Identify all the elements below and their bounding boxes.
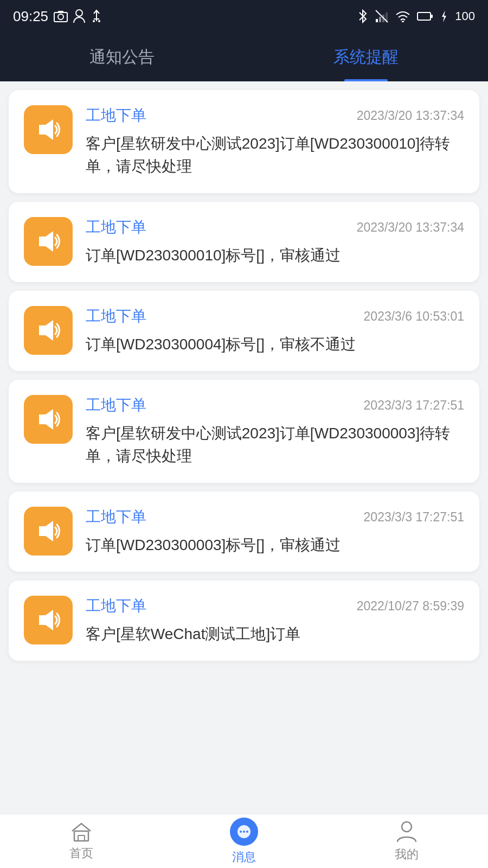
notification-card[interactable]: 工地下单 2023/3/3 17:27:51 订单[WD230300003]标号… [9,492,479,572]
card-content: 工地下单 2023/3/20 13:37:34 订单[WD230300010]标… [86,217,464,267]
bottom-nav: 首页 消息 我的 [0,814,488,868]
tab-system[interactable]: 系统提醒 [244,33,488,81]
status-right: 100 [357,9,475,23]
card-time: 2023/3/3 17:27:51 [364,398,464,413]
card-time: 2023/3/3 17:27:51 [364,510,464,525]
notification-icon-box [24,306,73,355]
notification-icon-box [24,105,73,154]
svg-point-28 [402,822,412,832]
card-title: 工地下单 [86,395,146,416]
card-content: 工地下单 2023/3/6 10:53:01 订单[WD230300004]标号… [86,306,464,356]
card-time: 2023/3/20 13:37:34 [357,108,464,123]
svg-point-3 [76,10,82,16]
svg-marker-19 [39,409,53,430]
card-body: 客户[星软研发中心测试2023]订单[WD230300003]待转单，请尽快处理 [86,422,464,468]
svg-marker-21 [39,610,53,630]
speaker-icon [35,406,62,433]
tab-header: 通知公告 系统提醒 [0,33,488,81]
wifi-icon [395,10,410,22]
card-body: 订单[WD230300003]标号[]，审核通过 [86,534,464,557]
photo-icon [54,10,68,22]
svg-point-26 [243,831,245,833]
notification-card[interactable]: 工地下单 2023/3/20 13:37:34 订单[WD230300010]标… [9,202,479,282]
notification-card[interactable]: 工地下单 2023/3/3 17:27:51 客户[星软研发中心测试2023]订… [9,380,479,483]
speaker-icon [35,518,62,545]
usb-icon [91,9,102,23]
card-title: 工地下单 [86,105,146,126]
card-title: 工地下单 [86,596,146,616]
svg-rect-23 [78,835,85,841]
speaker-icon [35,228,62,255]
card-body: 订单[WD230300010]标号[]，审核通过 [86,244,464,267]
tab-notice[interactable]: 通知公告 [0,33,244,81]
card-top: 工地下单 2023/3/20 13:37:34 [86,105,464,126]
notification-card[interactable]: 工地下单 2023/3/6 10:53:01 订单[WD230300004]标号… [9,291,479,371]
notification-card[interactable]: 工地下单 2022/10/27 8:59:39 客户[星软WeChat测试工地]… [9,580,479,661]
card-content: 工地下单 2023/3/20 13:37:34 客户[星软研发中心测试2023]… [86,105,464,178]
card-top: 工地下单 2023/3/6 10:53:01 [86,306,464,327]
tab-system-underline [344,79,388,81]
svg-point-1 [58,14,63,20]
card-title: 工地下单 [86,507,146,527]
svg-rect-15 [431,15,433,18]
svg-point-6 [93,20,95,22]
bluetooth-icon [357,9,368,23]
svg-rect-12 [386,12,388,22]
nav-message[interactable]: 消息 [163,814,325,868]
card-body: 客户[星软研发中心测试2023]订单[WD230300010]待转单，请尽快处理 [86,132,464,178]
card-body: 客户[星软WeChat测试工地]订单 [86,623,464,646]
card-body: 订单[WD230300004]标号[]，审核不通过 [86,333,464,356]
nav-home[interactable]: 首页 [0,814,163,868]
tab-notice-label: 通知公告 [89,46,155,68]
notification-icon-box [24,217,73,266]
status-bar: 09:25 [0,0,488,33]
card-time: 2023/3/6 10:53:01 [364,309,464,324]
card-title: 工地下单 [86,217,146,238]
signal-slash-icon [375,9,389,23]
svg-rect-10 [379,17,381,22]
svg-point-27 [246,831,248,833]
message-circle [230,818,258,846]
card-top: 工地下单 2023/3/3 17:27:51 [86,507,464,527]
card-content: 工地下单 2022/10/27 8:59:39 客户[星软WeChat测试工地]… [86,596,464,646]
speaker-icon [35,317,62,344]
svg-rect-11 [382,15,384,22]
nav-mine-label: 我的 [395,846,419,863]
svg-point-13 [402,21,404,22]
notification-card[interactable]: 工地下单 2023/3/20 13:37:34 客户[星软研发中心测试2023]… [9,90,479,193]
notification-icon-box [24,395,73,444]
svg-marker-18 [39,320,53,341]
tab-system-label: 系统提醒 [333,46,399,68]
svg-marker-17 [39,231,53,252]
svg-marker-16 [39,119,53,140]
charging-icon [440,9,448,23]
card-content: 工地下单 2023/3/3 17:27:51 订单[WD230300003]标号… [86,507,464,557]
notification-icon-box [24,507,73,556]
svg-point-7 [98,20,100,22]
notification-list: 工地下单 2023/3/20 13:37:34 客户[星软研发中心测试2023]… [0,81,488,814]
speaker-icon [35,116,62,143]
nav-home-label: 首页 [69,845,93,861]
svg-rect-2 [58,11,63,13]
home-icon [70,821,93,842]
card-top: 工地下单 2023/3/3 17:27:51 [86,395,464,416]
person-nav-icon [396,820,417,843]
card-title: 工地下单 [86,306,146,327]
notification-icon-box [24,596,73,644]
svg-marker-20 [39,521,53,541]
message-icon [235,823,253,840]
nav-message-label: 消息 [232,849,256,865]
nav-mine[interactable]: 我的 [325,814,488,868]
card-top: 工地下单 2022/10/27 8:59:39 [86,596,464,616]
card-top: 工地下单 2023/3/20 13:37:34 [86,217,464,238]
svg-point-25 [240,831,242,833]
svg-rect-9 [376,19,378,22]
speaker-icon [35,607,62,634]
card-content: 工地下单 2023/3/3 17:27:51 客户[星软研发中心测试2023]订… [86,395,464,468]
card-time: 2022/10/27 8:59:39 [357,599,464,614]
svg-rect-14 [418,12,431,20]
time-display: 09:25 [13,8,48,25]
battery-level: 100 [455,9,475,23]
status-left: 09:25 [13,8,102,25]
card-time: 2023/3/20 13:37:34 [357,220,464,235]
